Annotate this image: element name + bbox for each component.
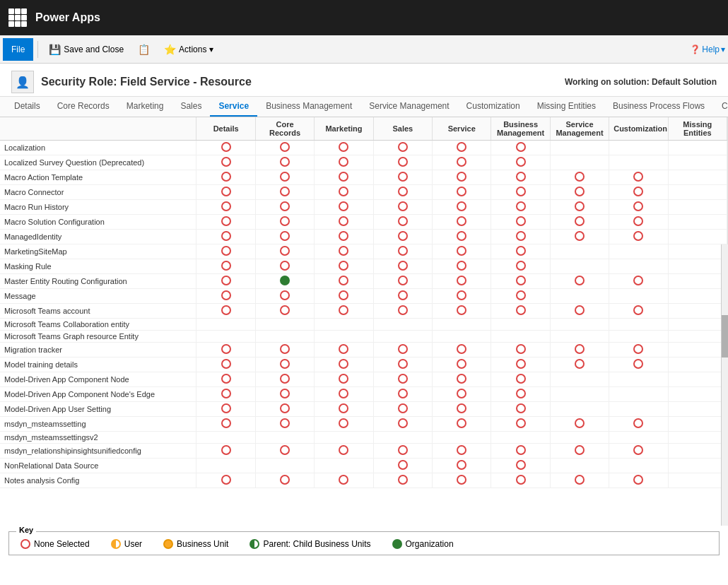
- permission-cell[interactable]: [609, 343, 668, 358]
- permission-cell[interactable]: [433, 155, 491, 170]
- permission-cell[interactable]: [550, 200, 609, 215]
- permission-cell[interactable]: [255, 289, 314, 304]
- permission-cell[interactable]: [433, 141, 491, 155]
- permission-cell[interactable]: [196, 170, 255, 185]
- permission-cell[interactable]: [609, 304, 668, 319]
- permission-cell[interactable]: [609, 402, 668, 417]
- permission-cell[interactable]: [491, 372, 550, 387]
- permission-cell[interactable]: [668, 459, 727, 473]
- permission-cell[interactable]: [433, 473, 491, 488]
- permission-cell[interactable]: [550, 387, 609, 402]
- permission-cell[interactable]: [668, 417, 727, 432]
- permission-cell[interactable]: [433, 432, 491, 444]
- permission-cell[interactable]: [315, 155, 373, 170]
- permission-cell[interactable]: [433, 230, 491, 244]
- permission-cell[interactable]: [373, 215, 432, 230]
- permission-cell[interactable]: [196, 358, 255, 372]
- permission-cell[interactable]: [491, 141, 550, 155]
- permission-cell[interactable]: [491, 230, 550, 244]
- permission-cell[interactable]: [668, 141, 727, 155]
- permission-cell[interactable]: [315, 215, 373, 230]
- waffle-icon[interactable]: [8, 8, 27, 27]
- permission-cell[interactable]: [315, 387, 373, 402]
- permission-cell[interactable]: [491, 289, 550, 304]
- permission-cell[interactable]: [433, 304, 491, 319]
- permission-cell[interactable]: [315, 230, 373, 244]
- tab-marketing[interactable]: Marketing: [118, 97, 172, 117]
- permission-cell[interactable]: [373, 432, 432, 444]
- permission-cell[interactable]: [373, 417, 432, 432]
- permission-cell[interactable]: [550, 185, 609, 200]
- permission-cell[interactable]: [609, 185, 668, 200]
- help-button[interactable]: ❓ Help ▾: [690, 45, 725, 54]
- permission-cell[interactable]: [668, 274, 727, 289]
- permission-cell[interactable]: [196, 331, 255, 343]
- permission-cell[interactable]: [550, 319, 609, 331]
- permission-cell[interactable]: [373, 459, 432, 473]
- permission-cell[interactable]: [315, 244, 373, 259]
- permission-cell[interactable]: [609, 417, 668, 432]
- permission-cell[interactable]: [315, 473, 373, 488]
- permission-cell[interactable]: [255, 358, 314, 372]
- permission-cell[interactable]: [609, 372, 668, 387]
- permission-cell[interactable]: [315, 170, 373, 185]
- permission-cell[interactable]: [373, 387, 432, 402]
- permission-cell[interactable]: [491, 358, 550, 372]
- permission-cell[interactable]: [550, 417, 609, 432]
- permission-cell[interactable]: [609, 358, 668, 372]
- permission-cell[interactable]: [315, 304, 373, 319]
- permission-cell[interactable]: [609, 319, 668, 331]
- permission-cell[interactable]: [609, 244, 668, 259]
- permission-cell[interactable]: [668, 358, 727, 372]
- permission-cell[interactable]: [196, 274, 255, 289]
- permission-cell[interactable]: [550, 230, 609, 244]
- permission-cell[interactable]: [255, 304, 314, 319]
- permission-cell[interactable]: [255, 372, 314, 387]
- permission-cell[interactable]: [609, 289, 668, 304]
- permission-cell[interactable]: [550, 289, 609, 304]
- permission-cell[interactable]: [433, 319, 491, 331]
- permission-cell[interactable]: [433, 444, 491, 459]
- tab-custom-entities[interactable]: Custom Entities: [713, 97, 728, 117]
- permission-cell[interactable]: [315, 417, 373, 432]
- permission-cell[interactable]: [609, 215, 668, 230]
- permission-cell[interactable]: [668, 432, 727, 444]
- permission-cell[interactable]: [550, 459, 609, 473]
- permission-cell[interactable]: [668, 200, 727, 215]
- permission-cell[interactable]: [373, 319, 432, 331]
- permission-cell[interactable]: [196, 141, 255, 155]
- permission-cell[interactable]: [491, 259, 550, 274]
- permission-cell[interactable]: [491, 473, 550, 488]
- permission-cell[interactable]: [255, 141, 314, 155]
- permission-cell[interactable]: [433, 185, 491, 200]
- permission-cell[interactable]: [433, 244, 491, 259]
- permission-cell[interactable]: [196, 417, 255, 432]
- permission-cell[interactable]: [609, 331, 668, 343]
- permission-cell[interactable]: [609, 274, 668, 289]
- permission-cell[interactable]: [255, 259, 314, 274]
- permission-cell[interactable]: [433, 170, 491, 185]
- permission-cell[interactable]: [196, 387, 255, 402]
- permission-cell[interactable]: [433, 259, 491, 274]
- permission-cell[interactable]: [255, 343, 314, 358]
- permission-cell[interactable]: [373, 200, 432, 215]
- permission-cell[interactable]: [373, 141, 432, 155]
- permission-cell[interactable]: [550, 155, 609, 170]
- permission-cell[interactable]: [609, 459, 668, 473]
- permission-cell[interactable]: [491, 170, 550, 185]
- permission-cell[interactable]: [196, 200, 255, 215]
- permission-cell[interactable]: [255, 444, 314, 459]
- permission-cell[interactable]: [550, 402, 609, 417]
- permission-cell[interactable]: [196, 444, 255, 459]
- permission-cell[interactable]: [609, 155, 668, 170]
- permission-cell[interactable]: [550, 215, 609, 230]
- permission-cell[interactable]: [315, 372, 373, 387]
- permission-cell[interactable]: [491, 200, 550, 215]
- permission-cell[interactable]: [255, 230, 314, 244]
- permission-cell[interactable]: [255, 215, 314, 230]
- actions-button[interactable]: ⭐ Actions ▾: [158, 38, 220, 61]
- permission-cell[interactable]: [196, 230, 255, 244]
- permission-cell[interactable]: [609, 432, 668, 444]
- permission-cell[interactable]: [668, 155, 727, 170]
- permission-cell[interactable]: [550, 432, 609, 444]
